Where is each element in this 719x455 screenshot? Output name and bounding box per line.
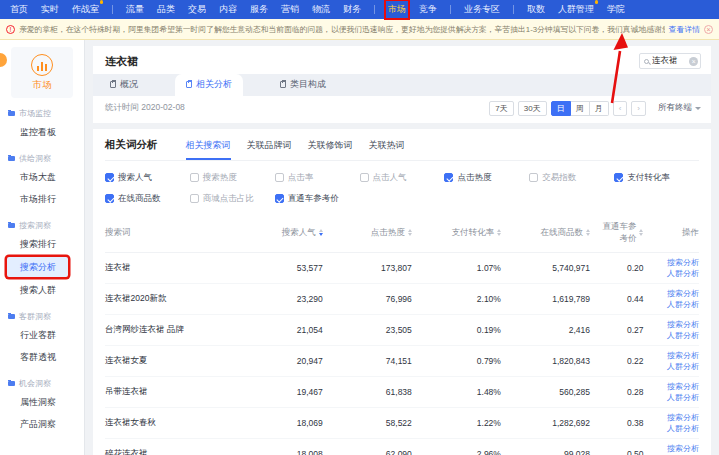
metric-click-heat[interactable]: 点击热度 — [444, 172, 529, 184]
nav-item-marketing[interactable]: 营销 — [281, 3, 299, 16]
notice-bar: 亲爱的掌柜，在这个特殊时期，阿里集团希望第一时间了解您生意动态和当前面临的问题，… — [0, 19, 719, 40]
product-switcher-market[interactable]: 市场 — [11, 47, 73, 98]
search-analysis-link[interactable]: 搜索分析 — [651, 412, 699, 423]
sidebar: 市场 市场监控 监控看板 供给洞察 市场大盘 市场排行 搜索洞察 搜索排行 搜索… — [0, 40, 85, 455]
nav-item-logistics[interactable]: 物流 — [312, 3, 330, 16]
metric-pay-conversion[interactable]: 支付转化率 — [614, 172, 699, 184]
sidebar-item-product-insight[interactable]: 产品洞察 — [0, 413, 84, 435]
close-icon[interactable] — [704, 25, 713, 34]
crowd-analysis-link[interactable]: 人群分析 — [651, 330, 699, 341]
metric-trade-index[interactable]: 交易指数 — [529, 172, 614, 184]
sidebar-item-industry-crowd[interactable]: 行业客群 — [0, 324, 84, 346]
nav-item-market[interactable]: 市场 — [388, 3, 406, 16]
sidebar-item-attribute-insight[interactable]: 属性洞察 — [0, 391, 84, 413]
granularity-month-button[interactable]: 月 — [590, 101, 609, 116]
search-analysis-link[interactable]: 搜索分析 — [651, 288, 699, 299]
nav-item-realtime[interactable]: 实时 — [41, 3, 59, 16]
notice-detail-link[interactable]: 查看详情 — [669, 24, 700, 35]
col-click-heat[interactable]: 点击热度 — [331, 215, 420, 253]
col-online-items[interactable]: 在线商品数 — [509, 215, 598, 253]
cell-pop: 53,577 — [254, 252, 331, 283]
crowd-analysis-link[interactable]: 人群分析 — [651, 392, 699, 403]
tab-related-analysis[interactable]: 相关分析 — [175, 74, 243, 96]
cell-term: 连衣裙 — [105, 252, 254, 283]
nav-item-traffic[interactable]: 流量 — [126, 3, 144, 16]
metric-mall-click-ratio[interactable]: 商城点击占比 — [190, 193, 275, 205]
tab-category-composition[interactable]: 类目构成 — [269, 74, 337, 96]
cell-term: 台湾网纱连衣裙 品牌 — [105, 314, 254, 345]
subtab-hot-words[interactable]: 关联热词 — [369, 139, 405, 160]
cell-heat: 23,505 — [331, 314, 420, 345]
sidebar-item-monitor-board[interactable]: 监控看板 — [0, 121, 84, 143]
tab-overview[interactable]: 概况 — [99, 74, 149, 96]
granularity-day-button[interactable]: 日 — [551, 101, 571, 116]
next-date-button[interactable]: › — [631, 101, 646, 116]
cell-heat: 173,807 — [331, 252, 420, 283]
card-title: 相关词分析 — [105, 138, 158, 160]
nav-item-category[interactable]: 品类 — [157, 3, 175, 16]
search-analysis-link[interactable]: 搜索分析 — [651, 443, 699, 454]
crowd-analysis-link[interactable]: 人群分析 — [651, 361, 699, 372]
crowd-analysis-link[interactable]: 人群分析 — [651, 423, 699, 434]
search-icon — [644, 59, 649, 64]
metric-click-rate[interactable]: 点击率 — [275, 172, 360, 184]
sidebar-item-market-ranking[interactable]: 市场排行 — [0, 188, 84, 210]
nav-item-finance[interactable]: 财务 — [343, 3, 361, 16]
nav-item-academy[interactable]: 学院 — [607, 3, 625, 16]
nav-item-competition[interactable]: 竞争 — [419, 3, 437, 16]
search-input[interactable] — [652, 56, 686, 66]
nav-item-trade[interactable]: 交易 — [188, 3, 206, 16]
col-search-popularity[interactable]: 搜索人气 — [254, 215, 331, 253]
subtab-group: 相关搜索词 关联品牌词 关联修饰词 关联热词 — [186, 139, 405, 160]
metric-search-heat[interactable]: 搜索热度 — [190, 172, 275, 184]
sidebar-item-search-analysis[interactable]: 搜索分析 — [7, 257, 68, 277]
search-analysis-link[interactable]: 搜索分析 — [651, 257, 699, 268]
terminal-filter-dropdown[interactable]: 所有终端 — [658, 102, 701, 114]
subtab-modifier-words[interactable]: 关联修饰词 — [308, 139, 353, 160]
col-pay-conversion[interactable]: 支付转化率 — [420, 215, 509, 253]
cell-heat: 61,838 — [331, 376, 420, 407]
crowd-analysis-link[interactable]: 人群分析 — [651, 299, 699, 310]
clear-icon[interactable] — [689, 57, 698, 66]
prev-date-button[interactable]: ‹ — [613, 101, 628, 116]
nav-item-war-room[interactable]: 作战室 — [72, 3, 99, 16]
notice-text: 亲爱的掌柜，在这个特殊时期，阿里集团希望第一时间了解您生意动态和当前面临的问题，… — [19, 24, 665, 35]
subtab-related-search-words[interactable]: 相关搜索词 — [186, 139, 231, 160]
nav-item-crowd-management[interactable]: 人群管理 — [558, 3, 594, 16]
cell-price: 0.20 — [598, 252, 651, 283]
cell-conv: 0.19% — [420, 314, 509, 345]
cell-term: 连衣裙女夏 — [105, 345, 254, 376]
metric-search-popularity[interactable]: 搜索人气 — [105, 172, 190, 184]
nav-item-data-fetch[interactable]: 取数 — [527, 3, 545, 16]
nav-item-home[interactable]: 首页 — [10, 3, 28, 16]
metric-ztc-price[interactable]: 直通车参考价 — [275, 193, 360, 205]
nav-item-content[interactable]: 内容 — [219, 3, 237, 16]
cell-price: 0.22 — [598, 345, 651, 376]
page-title: 连衣裙 — [105, 54, 138, 69]
range-30d-button[interactable]: 30天 — [518, 101, 547, 116]
col-ztc-price[interactable]: 直通车参考价 — [598, 215, 651, 253]
checkbox-checked-icon — [444, 173, 453, 182]
sidebar-item-search-ranking[interactable]: 搜索排行 — [0, 233, 84, 255]
search-analysis-link[interactable]: 搜索分析 — [651, 319, 699, 330]
cell-conv: 1.48% — [420, 376, 509, 407]
granularity-week-button[interactable]: 周 — [571, 101, 590, 116]
checkbox-icon — [360, 173, 369, 182]
new-badge-icon — [100, 0, 104, 4]
metric-click-popularity[interactable]: 点击人气 — [360, 172, 445, 184]
subtab-brand-words[interactable]: 关联品牌词 — [247, 139, 292, 160]
nav-item-service[interactable]: 服务 — [250, 3, 268, 16]
search-analysis-link[interactable]: 搜索分析 — [651, 381, 699, 392]
search-analysis-link[interactable]: 搜索分析 — [651, 350, 699, 361]
sidebar-item-crowd-perspective[interactable]: 客群透视 — [0, 346, 84, 368]
sidebar-item-search-crowd[interactable]: 搜索人群 — [0, 279, 84, 301]
sidebar-float-button[interactable] — [0, 53, 7, 67]
cell-term: 连衣裙2020新款 — [105, 283, 254, 314]
metric-online-items[interactable]: 在线商品数 — [105, 193, 190, 205]
sidebar-item-market-overview[interactable]: 市场大盘 — [0, 166, 84, 188]
crowd-analysis-link[interactable]: 人群分析 — [651, 268, 699, 279]
cell-price: 0.28 — [598, 376, 651, 407]
nav-item-business-zone[interactable]: 业务专区 — [464, 3, 500, 16]
range-7d-button[interactable]: 7天 — [489, 101, 513, 116]
keyword-search-box[interactable] — [639, 53, 701, 69]
